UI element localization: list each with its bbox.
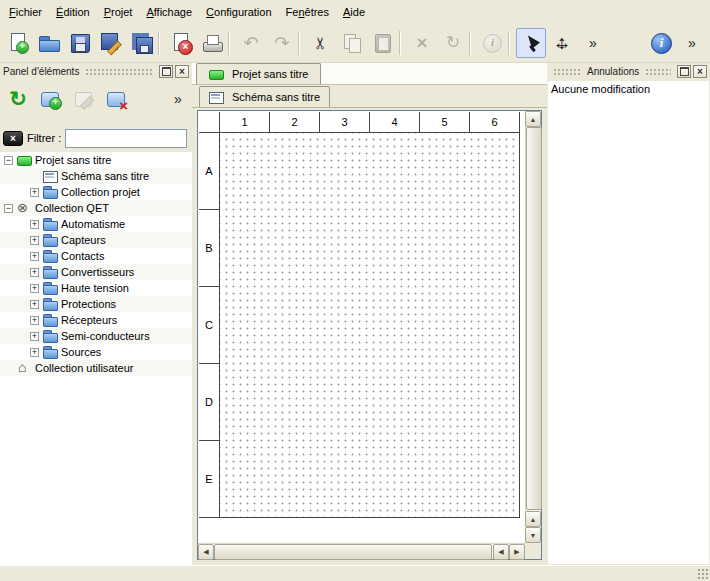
save-as-button[interactable] bbox=[96, 28, 126, 58]
save-button[interactable] bbox=[65, 28, 95, 58]
print-button[interactable] bbox=[197, 28, 227, 58]
expand-toggle-icon[interactable] bbox=[30, 300, 39, 309]
help-overflow-button[interactable] bbox=[677, 28, 707, 58]
copy-button[interactable] bbox=[337, 28, 367, 58]
copy-icon bbox=[341, 32, 363, 54]
sep-icon bbox=[471, 32, 476, 54]
undo-panel-titlebar[interactable]: Annulations × bbox=[547, 63, 710, 80]
tree-item[interactable]: Schéma sans titre bbox=[0, 168, 192, 184]
tree-item[interactable]: Collection QET bbox=[0, 200, 192, 216]
elements-panel-toolbar bbox=[0, 80, 192, 118]
clear-filter-button[interactable] bbox=[3, 131, 23, 146]
menu-item[interactable]: Fenêtres bbox=[279, 2, 336, 22]
about-qet-button[interactable] bbox=[646, 28, 676, 58]
tree-item[interactable]: Collection utilisateur bbox=[0, 360, 192, 376]
expand-toggle-icon[interactable] bbox=[30, 236, 39, 245]
folder-icon bbox=[43, 330, 57, 342]
edit-element-button[interactable] bbox=[70, 85, 98, 113]
menu-item[interactable]: Aide bbox=[336, 2, 372, 22]
menu-item[interactable]: Affichage bbox=[139, 2, 199, 22]
tree-item[interactable]: Haute tension bbox=[0, 280, 192, 296]
expand-toggle-icon[interactable] bbox=[4, 364, 13, 373]
horizontal-scroll-thumb[interactable] bbox=[214, 544, 492, 560]
expand-toggle-icon[interactable] bbox=[30, 316, 39, 325]
vertical-scrollbar[interactable]: ▲ ▲ ▼ bbox=[525, 111, 541, 543]
close-undo-panel-button[interactable]: × bbox=[693, 65, 707, 78]
schema-icon bbox=[209, 91, 223, 103]
tree-item[interactable]: Convertisseurs bbox=[0, 264, 192, 280]
close-document-button[interactable] bbox=[166, 28, 196, 58]
delete-element-button[interactable] bbox=[103, 85, 131, 113]
dock-grip bbox=[645, 68, 671, 75]
save-all-button[interactable] bbox=[127, 28, 157, 58]
scroll-right-icon[interactable]: ▶ bbox=[509, 544, 525, 560]
close-panel-button[interactable]: × bbox=[175, 65, 189, 78]
tree-item-label: Projet sans titre bbox=[35, 154, 111, 166]
expand-toggle-icon[interactable] bbox=[4, 204, 13, 213]
horizontal-scrollbar[interactable]: ◀ ◀ ▶ bbox=[198, 543, 525, 559]
expand-toggle-icon[interactable] bbox=[30, 348, 39, 357]
delete-button[interactable] bbox=[407, 28, 437, 58]
redo-button[interactable] bbox=[267, 28, 297, 58]
tree-item[interactable]: Projet sans titre bbox=[0, 152, 192, 168]
select-tool-button[interactable] bbox=[516, 28, 546, 58]
float-undo-panel-button[interactable] bbox=[677, 65, 691, 78]
undo-list[interactable]: Aucune modification bbox=[548, 81, 709, 564]
paste-button[interactable] bbox=[368, 28, 398, 58]
info-gray-icon bbox=[481, 32, 503, 54]
column-header: 5 bbox=[420, 112, 470, 133]
undo-icon bbox=[240, 32, 262, 54]
scroll-left-icon[interactable]: ◀ bbox=[493, 544, 509, 560]
new-element-button[interactable] bbox=[37, 85, 65, 113]
expand-toggle-icon[interactable] bbox=[4, 156, 13, 165]
paste-icon bbox=[372, 32, 394, 54]
vertical-scroll-thumb[interactable] bbox=[526, 127, 542, 510]
tree-item[interactable]: Automatisme bbox=[0, 216, 192, 232]
diagram-canvas[interactable]: 123456 ABCDE bbox=[198, 111, 525, 543]
scroll-left-icon[interactable]: ◀ bbox=[198, 544, 214, 560]
expand-toggle-icon[interactable] bbox=[30, 252, 39, 261]
info-blue-icon bbox=[650, 32, 672, 54]
select-icon bbox=[520, 32, 542, 54]
tab-project-label: Projet sans titre bbox=[232, 68, 308, 80]
expand-toggle-icon[interactable] bbox=[30, 172, 39, 181]
tree-item[interactable]: Récepteurs bbox=[0, 312, 192, 328]
panel-overflow-button[interactable] bbox=[170, 85, 186, 113]
toolbar-overflow-button[interactable] bbox=[578, 28, 608, 58]
menu-item[interactable]: Édition bbox=[49, 2, 97, 22]
tree-item[interactable]: Sources bbox=[0, 344, 192, 360]
tree-item-label: Protections bbox=[61, 298, 116, 310]
expand-toggle-icon[interactable] bbox=[30, 188, 39, 197]
menu-item[interactable]: Fichier bbox=[2, 2, 49, 22]
menu-item[interactable]: Configuration bbox=[199, 2, 278, 22]
tree-item[interactable]: Capteurs bbox=[0, 232, 192, 248]
expand-toggle-icon[interactable] bbox=[30, 268, 39, 277]
tree-item-label: Haute tension bbox=[61, 282, 129, 294]
tab-schema[interactable]: Schéma sans titre bbox=[199, 86, 330, 107]
expand-toggle-icon[interactable] bbox=[30, 332, 39, 341]
undo-button[interactable] bbox=[236, 28, 266, 58]
properties-button[interactable] bbox=[477, 28, 507, 58]
float-panel-button[interactable] bbox=[159, 65, 173, 78]
tree-item-label: Collection utilisateur bbox=[35, 362, 133, 374]
tree-item[interactable]: Protections bbox=[0, 296, 192, 312]
scroll-up-icon[interactable]: ▲ bbox=[525, 511, 541, 527]
tab-project[interactable]: Projet sans titre bbox=[196, 63, 321, 84]
menu-item[interactable]: Projet bbox=[97, 2, 140, 22]
scroll-down-icon[interactable]: ▼ bbox=[525, 527, 541, 543]
tree-item[interactable]: Contacts bbox=[0, 248, 192, 264]
rotate-button[interactable] bbox=[438, 28, 468, 58]
cut-button[interactable] bbox=[306, 28, 336, 58]
reload-collections-button[interactable] bbox=[4, 85, 32, 113]
expand-toggle-icon[interactable] bbox=[30, 284, 39, 293]
filter-input[interactable] bbox=[65, 129, 187, 148]
elements-panel-titlebar[interactable]: Panel d'éléments × bbox=[0, 63, 192, 80]
tree-item[interactable]: Collection projet bbox=[0, 184, 192, 200]
expand-toggle-icon[interactable] bbox=[30, 220, 39, 229]
open-document-button[interactable] bbox=[34, 28, 64, 58]
tree-item-label: Collection QET bbox=[35, 202, 109, 214]
scroll-up-icon[interactable]: ▲ bbox=[525, 111, 541, 127]
tree-item[interactable]: Semi-conducteurs bbox=[0, 328, 192, 344]
pan-tool-button[interactable] bbox=[547, 28, 577, 58]
new-document-button[interactable] bbox=[3, 28, 33, 58]
